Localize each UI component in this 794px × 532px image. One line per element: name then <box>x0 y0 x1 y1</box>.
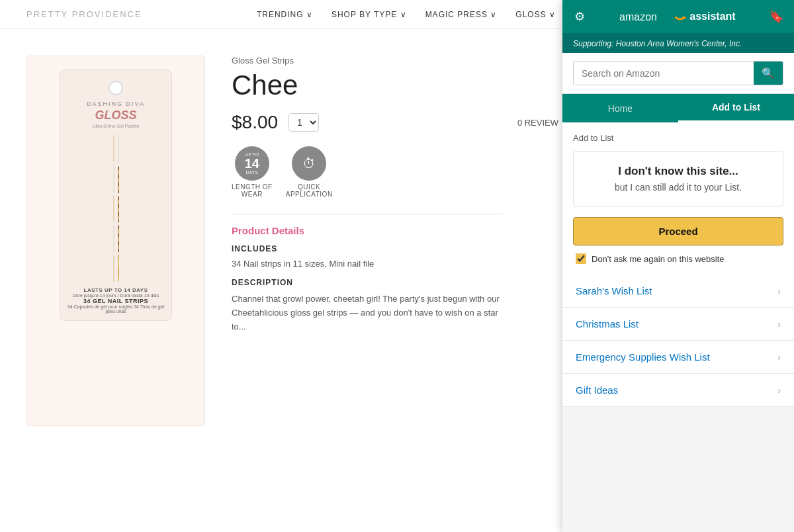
description-label: DESCRIPTION <box>232 278 503 287</box>
support-text: Supporting: Houston Area Women's Center,… <box>573 39 742 48</box>
divider-1 <box>232 214 503 214</box>
nail-brand: DASHING DIVA <box>87 101 145 107</box>
unknown-site-sub: but I can still add it to your List. <box>584 182 772 193</box>
nail-gloss: GLOSS <box>95 109 136 122</box>
tab-home[interactable]: Home <box>562 94 678 122</box>
nail-hole <box>109 81 123 95</box>
add-to-list-section: Add to List I don't know this site... bu… <box>562 122 794 275</box>
nail-card: DASHING DIVA GLOSS Ultra Shine Gel Palet… <box>60 69 172 321</box>
nail-strip-leopard-2 <box>118 196 119 223</box>
amazon-logo-area: amazon assistant <box>593 9 762 24</box>
nav-gloss[interactable]: GLOSS ∨ <box>515 10 556 19</box>
chevron-emergency: › <box>777 352 781 363</box>
includes-text: 34 Nail strips in 11 sizes, Mini nail fi… <box>232 259 503 269</box>
product-features: UP TO 14 DAYS LENGTH OFWEAR ⏱ QUICKAPPLI… <box>232 146 503 198</box>
panel-tabs: Home Add to List <box>562 94 794 122</box>
product-info: Gloss Gel Strips Chee $8.00 1 2 3 UP TO … <box>232 56 503 426</box>
nail-strip-white-2 <box>113 224 114 252</box>
panel-support: Supporting: Houston Area Women's Center,… <box>562 33 794 53</box>
nail-strip-beige-3 <box>113 255 114 282</box>
search-input[interactable] <box>574 62 754 85</box>
list-item-gift-ideas[interactable]: Gift Ideas › <box>562 374 794 407</box>
nail-count-small: 34 Capsules de gel pour ongles 34 Tiras … <box>67 304 165 314</box>
list-item-name-emergency: Emergency Supplies Wish List <box>576 351 710 363</box>
nail-strips-visual: DASHING DIVA GLOSS Ultra Shine Gel Palet… <box>50 69 182 347</box>
search-button[interactable]: 🔍 <box>754 62 783 85</box>
feature-circle-clock: ⏱ <box>292 146 326 181</box>
nav-magic-press[interactable]: MAGIC PRESS ∨ <box>425 10 498 19</box>
amazon-assistant-panel: ⚙ amazon assistant 🔖 Supporting: Houston… <box>562 0 794 532</box>
nail-strip-glitter <box>118 255 119 282</box>
feature-quick: ⏱ QUICKAPPLICATION <box>286 146 333 198</box>
nail-strip-white-1 <box>113 164 114 192</box>
dont-ask-row: Don't ask me again on this website <box>573 253 783 264</box>
proceed-button[interactable]: Proceed <box>573 217 783 245</box>
list-item-name-gift: Gift Ideas <box>576 384 618 396</box>
product-title: Chee <box>232 69 503 101</box>
nail-bottom-text: LASTS UP TO 14 DAYS Dure jusqu'à 14 jour… <box>67 287 165 314</box>
dont-ask-checkbox[interactable] <box>576 253 586 264</box>
list-item-sarahs-wish-list[interactable]: Sarah's Wish List › <box>562 275 794 308</box>
settings-button[interactable]: ⚙ <box>573 8 586 25</box>
product-details-heading: Product Details <box>232 225 503 236</box>
product-price-row: $8.00 1 2 3 <box>232 112 503 133</box>
nail-lasts-small: Dure jusqu'à 14 jours / Dura hasta 14 di… <box>67 293 165 298</box>
days-label: DAYS <box>246 170 259 175</box>
list-item-name-sarahs: Sarah's Wish List <box>576 285 652 296</box>
product-category: Gloss Gel Strips <box>232 56 503 66</box>
list-item-emergency[interactable]: Emergency Supplies Wish List › <box>562 341 794 374</box>
nail-strip-beige-1 <box>113 135 114 161</box>
amazon-smile-icon <box>675 12 685 21</box>
quantity-select[interactable]: 1 2 3 <box>288 113 319 132</box>
nail-subtitle: Ultra Shine Gel Palette <box>92 124 139 128</box>
product-price: $8.00 <box>232 112 278 133</box>
days-number: 14 <box>245 157 259 170</box>
feature-label-wear: LENGTH OFWEAR <box>232 183 273 198</box>
dont-ask-label: Don't ask me again on this website <box>592 254 724 264</box>
nav-shop-by-type[interactable]: SHOP BY TYPE ∨ <box>331 10 407 19</box>
feature-wear: UP TO 14 DAYS LENGTH OFWEAR <box>232 146 273 198</box>
nail-count: 34 GEL NAIL STRIPS <box>67 298 165 304</box>
clock-icon: ⏱ <box>302 156 316 171</box>
panel-search: 🔍 <box>562 53 794 94</box>
nail-strip-leopard-3 <box>118 225 119 252</box>
list-item-christmas[interactable]: Christmas List › <box>562 308 794 341</box>
panel-header: ⚙ amazon assistant 🔖 <box>562 0 794 33</box>
feature-label-quick: QUICKAPPLICATION <box>286 183 333 198</box>
product-area: DASHING DIVA GLOSS Ultra Shine Gel Palet… <box>0 29 529 439</box>
unknown-site-box: I don't know this site... but I can stil… <box>573 151 783 206</box>
tab-add-to-list[interactable]: Add to List <box>678 94 794 122</box>
nail-strip-beige-2 <box>113 195 114 222</box>
nav-trending[interactable]: TRENDING ∨ <box>257 10 313 19</box>
includes-label: INCLUDES <box>232 244 503 253</box>
nail-strips-grid <box>113 135 119 282</box>
chevron-gift: › <box>777 385 781 396</box>
nail-lasts: LASTS UP TO 14 DAYS <box>67 287 165 293</box>
nail-col-left <box>113 135 114 282</box>
description-text: Channel that growl power, cheetah girl! … <box>232 292 503 333</box>
assistant-text: assistant <box>689 11 735 22</box>
feature-circle-days: UP TO 14 DAYS <box>235 146 269 181</box>
amazon-logo-svg: amazon <box>619 9 672 24</box>
add-to-list-title: Add to List <box>573 133 783 143</box>
nail-col-right <box>118 135 119 282</box>
search-bar: 🔍 <box>573 61 783 85</box>
site-brand: Pretty Providence <box>26 9 142 19</box>
unknown-site-heading: I don't know this site... <box>584 165 772 178</box>
list-items-section: Sarah's Wish List › Christmas List › Eme… <box>562 275 794 532</box>
product-image: DASHING DIVA GLOSS Ultra Shine Gel Palet… <box>26 56 205 426</box>
nail-strip-leopard-1 <box>118 166 119 193</box>
bookmark-button[interactable]: 🔖 <box>769 9 783 24</box>
chevron-sarahs: › <box>777 286 781 296</box>
svg-text:amazon: amazon <box>619 11 657 22</box>
nail-strip-white-3 <box>118 135 119 163</box>
review-text: 0 REVIEW <box>517 118 558 128</box>
list-item-name-christmas: Christmas List <box>576 318 639 330</box>
chevron-christmas: › <box>777 319 781 330</box>
